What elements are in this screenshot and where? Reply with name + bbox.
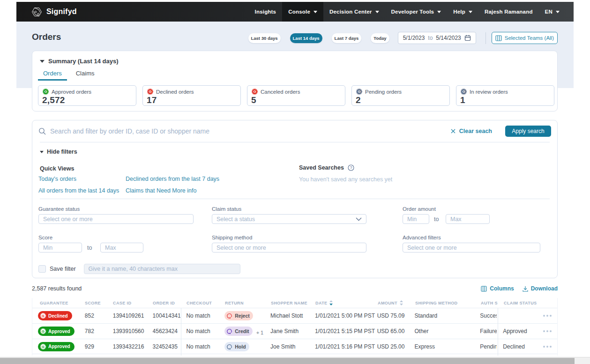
quick-view-todays-orders[interactable]: Today's orders	[38, 176, 76, 182]
stat-card: GApproved orders2,572	[38, 85, 136, 106]
checkout-cell: No match	[180, 343, 224, 350]
selected-teams-button[interactable]: Selected Teams (All)	[492, 32, 558, 44]
col-header-guarantee[interactable]: GUARANTEE	[32, 301, 85, 305]
quick-view-claims-need-info[interactable]: Claims that Need More info	[126, 187, 196, 194]
tab-claims[interactable]: Claims	[71, 68, 100, 81]
svg-text:G: G	[44, 89, 47, 94]
table-header-row: GUARANTEE SCORE CASE ID ORDER ID CHECKOU…	[32, 298, 557, 308]
shipping-method-input[interactable]	[212, 243, 366, 253]
columns-label: Columns	[490, 285, 514, 292]
score-max-input[interactable]	[100, 243, 143, 253]
sort-icon	[400, 300, 403, 305]
col-header-amount[interactable]: AMOUNT	[378, 300, 415, 305]
tab-orders[interactable]: Orders	[38, 68, 67, 81]
pill-last-30-days[interactable]: Last 30 days	[248, 33, 281, 43]
shopper-name-cell: Jane Smith	[270, 328, 315, 334]
stat-label: Pending orders	[365, 89, 402, 95]
amount-cell: USD 75.09	[377, 312, 415, 319]
col-header-checkout[interactable]: CHECKOUT	[181, 301, 225, 305]
claim-status-select[interactable]: Select a status	[212, 214, 366, 224]
hide-filters-toggle[interactable]: Hide filters	[40, 149, 77, 155]
selected-teams-label: Selected Teams (All)	[505, 35, 554, 41]
summary-collapse-toggle[interactable]: Summary (Last 14 days)	[40, 58, 119, 65]
return-cell: Credit+ 1	[224, 327, 270, 336]
help-icon[interactable]: ?	[348, 164, 354, 171]
chevron-down-icon	[375, 11, 379, 13]
col-header-shopper-name[interactable]: SHOPPER NAME	[271, 301, 315, 305]
col-header-claim-status[interactable]: CLAIM STATUS	[498, 301, 538, 305]
col-header-auth-status[interactable]: AUTH S	[481, 301, 498, 305]
dot-icon	[543, 315, 545, 317]
guarantee-status-label: Guarantee status	[38, 206, 80, 212]
order-amount-max-input[interactable]	[446, 214, 490, 224]
row-menu-button[interactable]	[543, 315, 552, 317]
nav-item-label: EN	[545, 9, 553, 15]
stat-value: 2	[356, 95, 446, 105]
guarantee-seal-icon: G	[147, 88, 154, 95]
nav-item-label: Help	[453, 9, 465, 15]
summary-title: Summary (Last 14 days)	[48, 58, 119, 65]
order-amount-min-input[interactable]	[403, 214, 429, 224]
quick-view-all-orders[interactable]: All orders from the last 14 days	[38, 187, 119, 194]
svg-text:G: G	[462, 89, 465, 94]
col-header-return[interactable]: RETURN	[225, 301, 271, 305]
guarantee-cell: GApproved	[32, 342, 85, 351]
horizontal-scrollbar[interactable]	[0, 357, 590, 364]
quick-view-declined-orders[interactable]: Declined orders from the last 7 days	[126, 176, 219, 182]
divider	[40, 142, 550, 142]
advanced-filters-input[interactable]	[403, 243, 540, 253]
auth-status-cell: Success	[480, 312, 497, 319]
nav-item-language[interactable]: EN	[539, 2, 566, 22]
triangle-down-icon	[40, 151, 44, 153]
date-start: 5/1/2023	[403, 35, 425, 41]
col-header-order-id[interactable]: ORDER ID	[153, 301, 181, 305]
pill-today[interactable]: Today	[371, 33, 389, 43]
nav-item-help[interactable]: Help	[447, 2, 478, 22]
row-menu-button[interactable]	[543, 346, 552, 348]
return-extra-count: + 1	[256, 330, 264, 335]
col-header-score[interactable]: SCORE	[85, 301, 113, 305]
apply-search-button[interactable]: Apply search	[505, 126, 551, 137]
svg-text:G: G	[149, 89, 151, 94]
row-actions-cell	[537, 330, 557, 332]
columns-button[interactable]: Columns	[481, 285, 514, 292]
stat-label: Approved orders	[52, 89, 91, 95]
col-header-shipping-method[interactable]: SHIPPING METHOD	[415, 301, 481, 305]
pill-last-14-days[interactable]: Last 14 days	[290, 33, 322, 43]
nav-item-user[interactable]: Rajesh Ramanand	[478, 2, 539, 22]
pill-last-7-days[interactable]: Last 7 days	[332, 33, 362, 43]
clear-search-button[interactable]: Clear seach	[451, 128, 492, 134]
svg-text:G: G	[42, 329, 45, 334]
table-row[interactable]: GApproved929139343221632452435No matchHo…	[32, 339, 557, 354]
stat-card: GPending orders2	[351, 85, 450, 106]
nav-item-label: Rajesh Ramanand	[485, 9, 533, 15]
col-header-case-id[interactable]: CASE ID	[113, 301, 153, 305]
guarantee-badge: GDeclined	[38, 311, 72, 320]
date-range-picker[interactable]: 5/1/2023 to 5/14/2023	[398, 32, 476, 44]
guarantee-seal-icon: G	[251, 88, 258, 95]
stat-head: GIn review orders	[460, 88, 550, 95]
saved-searches-title-row: Saved Searches ?	[299, 164, 354, 171]
row-menu-button[interactable]	[543, 330, 552, 332]
guarantee-label: Declined	[48, 313, 68, 319]
table-row[interactable]: GApproved782139391056045623424No matchCr…	[32, 323, 557, 339]
date-filter-row: Last 30 days Last 14 days Last 7 days To…	[0, 32, 558, 44]
save-filter-name-input[interactable]	[84, 264, 240, 274]
summary-panel: Summary (Last 14 days) Orders Claims GAp…	[32, 51, 558, 111]
svg-text:G: G	[42, 344, 45, 349]
guarantee-cell: GDeclined	[32, 311, 85, 320]
download-button[interactable]: Download	[523, 285, 558, 292]
guarantee-status-input[interactable]	[38, 214, 194, 224]
save-filter-row: Save filter	[38, 264, 240, 274]
nav-item-decision-center[interactable]: Decision Center	[323, 2, 385, 22]
save-filter-checkbox[interactable]	[38, 265, 46, 273]
search-input[interactable]	[50, 127, 451, 135]
table-row[interactable]: GDeclined8521394109261100414341No matchR…	[32, 308, 557, 323]
nav-item-insights[interactable]: Insights	[249, 2, 283, 22]
scrollbar-thumb[interactable]	[0, 358, 575, 364]
col-header-date[interactable]: DATE	[315, 300, 378, 305]
nav-item-console[interactable]: Console	[282, 2, 323, 22]
score-min-input[interactable]	[38, 243, 82, 253]
nav-item-developer-tools[interactable]: Developer Tools	[385, 2, 448, 22]
brand[interactable]: Signifyd	[31, 7, 77, 17]
